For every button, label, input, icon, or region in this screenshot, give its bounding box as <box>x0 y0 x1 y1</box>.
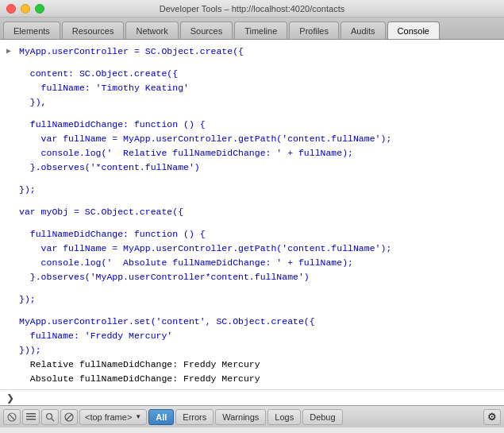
gear-icon: ⚙ <box>487 411 497 423</box>
code-text-8: var fullName = MyApp.userController.getP… <box>19 132 498 146</box>
bottom-toolbar: <top frame> ▼ All Errors Warnings Logs D… <box>0 405 504 427</box>
filter-errors-button[interactable]: Errors <box>175 409 214 425</box>
frame-dropdown-icon: ▼ <box>135 413 141 420</box>
code-line-3: content: SC.Object.create({ <box>6 67 498 81</box>
code-line-16: fullNameDidChange: function () { <box>6 227 498 242</box>
tab-resources[interactable]: Resources <box>62 21 125 39</box>
code-text-5: }), <box>19 95 498 110</box>
code-text-9: console.log(' Relative fullNameDidChange… <box>19 146 498 160</box>
code-line-9: console.log(' Relative fullNameDidChange… <box>6 146 498 160</box>
code-line-21: }); <box>6 292 498 307</box>
code-line-25: })); <box>6 343 498 358</box>
list-icon <box>26 413 36 421</box>
code-text-10: }.observes('*content.fullName') <box>19 160 498 175</box>
code-line-17: var fullName = MyApp.userController.getP… <box>6 242 498 256</box>
svg-rect-2 <box>26 413 36 415</box>
line-arrow-1: ▶ <box>6 45 19 58</box>
console-prompt[interactable]: ❯ <box>0 389 504 405</box>
code-text-4: fullName: 'Timothy Keating' <box>19 81 498 95</box>
code-text-1: MyApp.userController = SC.Object.create(… <box>19 44 498 59</box>
tab-timeline[interactable]: Timeline <box>234 21 287 39</box>
title-bar: Developer Tools – http://localhost:4020/… <box>0 0 504 17</box>
code-text-24: fullName: 'Freddy Mercury' <box>19 329 498 343</box>
code-text-28: ▶SC.Object {__sc_super__: Object, _kvo_c… <box>19 386 498 389</box>
code-line-7: fullNameDidChange: function () { <box>6 118 498 132</box>
tab-network[interactable]: Network <box>125 21 178 39</box>
svg-line-1 <box>10 415 14 419</box>
code-text-27: Absolute fullNameDidChange: Freddy Mercu… <box>19 372 498 386</box>
code-line-4: fullName: 'Timothy Keating' <box>6 81 498 95</box>
window-title: Developer Tools – http://localhost:4020/… <box>160 4 344 14</box>
svg-rect-3 <box>26 416 36 417</box>
filter-all-button[interactable]: All <box>148 409 174 425</box>
code-text-7: fullNameDidChange: function () { <box>19 118 498 132</box>
tab-elements[interactable]: Elements <box>3 21 60 39</box>
code-line-23: MyApp.userController.set('content', SC.O… <box>6 315 498 329</box>
tab-sources[interactable]: Sources <box>180 21 233 39</box>
code-line-5: }), <box>6 95 498 110</box>
code-line-26: Relative fullNameDidChange: Freddy Mercu… <box>6 358 498 372</box>
block-button[interactable] <box>60 409 78 425</box>
settings-button[interactable]: ⚙ <box>483 409 501 425</box>
window-controls[interactable] <box>0 4 44 14</box>
code-line-27: Absolute fullNameDidChange: Freddy Mercu… <box>6 372 498 386</box>
frame-selector[interactable]: <top frame> ▼ <box>79 409 147 425</box>
code-text-19: }.observes('MyApp.userController*content… <box>19 270 498 284</box>
code-line-28: ▶ ▶SC.Object {__sc_super__: Object, _kvo… <box>6 386 498 389</box>
filter-debug-button[interactable]: Debug <box>302 409 342 425</box>
prompt-chevron-icon: ❯ <box>6 392 14 404</box>
code-text-23: MyApp.userController.set('content', SC.O… <box>19 315 498 329</box>
code-line-14: var myObj = SC.Object.create({ <box>6 205 498 219</box>
console-output: ▶ MyApp.userController = SC.Object.creat… <box>0 40 504 389</box>
code-line-8: var fullName = MyApp.userController.getP… <box>6 132 498 146</box>
svg-rect-4 <box>26 419 36 420</box>
filter-logs-button[interactable]: Logs <box>267 409 301 425</box>
code-line-1: ▶ MyApp.userController = SC.Object.creat… <box>6 44 498 59</box>
clear-icon <box>7 412 17 422</box>
tab-profiles[interactable]: Profiles <box>289 21 339 39</box>
tab-console[interactable]: Console <box>387 21 440 39</box>
code-text-16: fullNameDidChange: function () { <box>19 227 498 242</box>
code-line-18: console.log(' Absolute fullNameDidChange… <box>6 256 498 270</box>
console-input[interactable] <box>19 392 498 403</box>
list-view-button[interactable] <box>22 409 40 425</box>
code-text-3: content: SC.Object.create({ <box>19 67 498 81</box>
code-line-12: }); <box>6 183 498 197</box>
code-line-24: fullName: 'Freddy Mercury' <box>6 329 498 343</box>
svg-line-6 <box>52 419 54 421</box>
svg-line-8 <box>67 414 72 419</box>
close-button[interactable] <box>6 4 16 14</box>
code-text-18: console.log(' Absolute fullNameDidChange… <box>19 256 498 270</box>
code-text-26: Relative fullNameDidChange: Freddy Mercu… <box>19 358 498 372</box>
search-icon <box>45 412 55 422</box>
tab-bar: Elements Resources Network Sources Timel… <box>0 17 504 40</box>
filter-warnings-button[interactable]: Warnings <box>215 409 266 425</box>
code-line-10: }.observes('*content.fullName') <box>6 160 498 175</box>
code-line-19: }.observes('MyApp.userController*content… <box>6 270 498 284</box>
block-icon <box>64 412 74 422</box>
code-text-12: }); <box>19 183 498 197</box>
code-text-25: })); <box>19 343 498 358</box>
search-button[interactable] <box>41 409 59 425</box>
frame-label: <top frame> <box>85 412 132 422</box>
code-text-14: var myObj = SC.Object.create({ <box>19 205 498 219</box>
tab-audits[interactable]: Audits <box>340 21 386 39</box>
code-text-17: var fullName = MyApp.userController.getP… <box>19 242 498 256</box>
minimize-button[interactable] <box>21 4 30 14</box>
code-text-21: }); <box>19 292 498 307</box>
clear-console-button[interactable] <box>3 409 21 425</box>
maximize-button[interactable] <box>35 4 44 14</box>
svg-point-5 <box>47 413 52 419</box>
line-arrow-28: ▶ <box>6 387 19 389</box>
